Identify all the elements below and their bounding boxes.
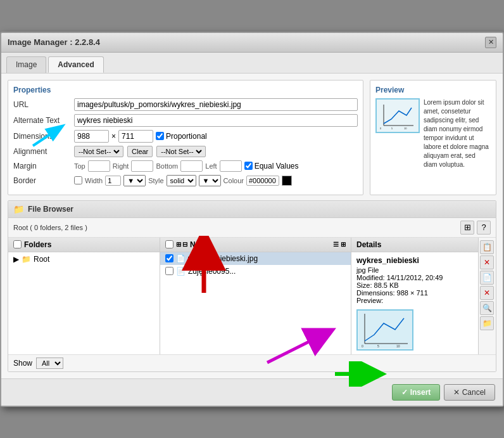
detail-preview-label: Preview:: [356, 297, 473, 304]
insert-button[interactable]: ✓ Insert: [392, 384, 440, 401]
height-input[interactable]: [118, 130, 153, 143]
right-actions: 📋 ✕ 📄 ✕ 🔍 📁: [478, 238, 496, 354]
file-checkbox-1[interactable]: [165, 267, 173, 275]
preview-chart-svg: 0 5 10: [379, 101, 417, 130]
margin-left-input[interactable]: [220, 160, 242, 172]
preview-image-container: 0 5 10: [375, 98, 420, 133]
modified-label: Modified:: [356, 274, 385, 281]
margin-label: Margin: [13, 162, 70, 171]
border-colour-input[interactable]: [246, 176, 279, 186]
details-content: wykres_niebieski jpg File Modified: 14/1…: [351, 252, 478, 354]
tabs-bar: Image Advanced: [1, 53, 503, 74]
show-select[interactable]: All: [36, 357, 63, 369]
folder-icon: 📁: [13, 204, 24, 214]
alignment-select2[interactable]: --Not Set--: [158, 147, 204, 156]
alt-input[interactable]: [74, 114, 358, 127]
border-style-extra-select[interactable]: ▼: [199, 175, 221, 186]
fb-columns: Folders ▶ 📁 Root ⊞ ⊟: [8, 238, 496, 354]
border-width-input[interactable]: [105, 176, 121, 186]
thumb-view-icon[interactable]: ⊞: [341, 241, 346, 248]
detail-preview-image: 0 5 10: [356, 309, 413, 351]
bottom-label: Bottom: [156, 162, 178, 170]
grid-view-icon[interactable]: ⊞: [460, 221, 474, 235]
url-label: URL: [13, 100, 70, 109]
margin-right-input[interactable]: [131, 160, 153, 172]
top-label: Top: [74, 162, 85, 170]
dimensions-group: × Proportional: [74, 130, 207, 143]
help-icon[interactable]: ?: [477, 221, 491, 235]
tab-image[interactable]: Image: [6, 56, 46, 73]
file-item-0[interactable]: 📄 wykres_niebieski.jpg: [160, 252, 351, 265]
border-colour-label: Colour: [224, 177, 244, 184]
sort-desc-icon[interactable]: ⊟: [182, 241, 187, 248]
action-btn-5[interactable]: 📁: [480, 316, 494, 330]
action-btn-1[interactable]: ✕: [480, 255, 494, 269]
border-label: Border: [13, 176, 70, 185]
files-header: ⊞ ⊟ Name ☰ ⊞: [160, 238, 351, 252]
svg-text:10: 10: [396, 344, 400, 348]
sort-asc-icon[interactable]: ⊞: [176, 241, 181, 248]
files-select-all[interactable]: [165, 240, 173, 248]
border-row: Border Width ▼ Style solid ▼: [13, 175, 358, 186]
width-input[interactable]: [74, 130, 109, 143]
detail-type: jpg File: [356, 266, 473, 274]
root-info: ( 0 folders, 2 files ): [30, 224, 87, 231]
action-btn-2[interactable]: 📄: [480, 271, 494, 285]
file-browser-header: 📁 File Browser: [8, 201, 496, 218]
root-folder-item[interactable]: ▶ 📁 Root: [8, 252, 160, 266]
show-label: Show: [13, 359, 32, 368]
folders-header: Folders: [8, 238, 160, 252]
dialog-titlebar: Image Manager : 2.2.8.4 ✕: [1, 33, 503, 53]
dim-separator: ×: [111, 132, 116, 141]
folders-select-all[interactable]: [13, 240, 22, 248]
url-input[interactable]: [74, 98, 358, 111]
margin-inputs: Top Right Bottom Left Equal Values: [74, 160, 298, 172]
border-style-select[interactable]: ▼: [123, 175, 146, 186]
files-column: ⊞ ⊟ Name ☰ ⊞ 📄 wykres_niebieski.jpg: [160, 238, 351, 354]
svg-text:0: 0: [362, 344, 363, 348]
dimensions-detail-label: Dimensions:: [356, 289, 395, 297]
colour-swatch[interactable]: [282, 176, 292, 186]
file-icon-1: 📄: [176, 267, 186, 276]
main-content: Properties URL Alternate Text Dimensions: [1, 74, 503, 378]
size-value: 88.5 KB: [374, 281, 399, 289]
file-checkbox-0[interactable]: [165, 254, 173, 262]
dimensions-label: Dimensions: [13, 132, 70, 141]
dimensions-row: Dimensions × Proportional: [13, 130, 358, 143]
tab-advanced[interactable]: Advanced: [48, 56, 103, 73]
details-column: Details wykres_niebieski jpg File Modifi…: [351, 238, 478, 354]
equal-values-checkbox[interactable]: [244, 162, 253, 170]
equal-values-label: Equal Values: [244, 162, 299, 171]
action-btn-4[interactable]: 🔍: [480, 301, 494, 315]
sort-icons: ⊞ ⊟: [176, 241, 187, 248]
collapse-icon: ▶: [13, 255, 19, 264]
border-checkbox[interactable]: [74, 176, 82, 184]
border-inputs: Width ▼ Style solid ▼ Colour: [74, 175, 292, 186]
file-browser-title: File Browser: [28, 205, 73, 214]
margin-top-input[interactable]: [88, 160, 110, 172]
url-row: URL: [13, 98, 358, 111]
dimensions-detail-value: 988 × 711: [397, 289, 428, 297]
detail-chart-svg: 0 5 10: [358, 311, 412, 349]
proportional-checkbox[interactable]: [156, 132, 164, 140]
list-view-icon[interactable]: ☰: [333, 241, 339, 248]
action-btn-3[interactable]: ✕: [480, 286, 494, 300]
alignment-label: Alignment: [13, 147, 70, 156]
file-item-1[interactable]: 📄 Zdjęcie0095...: [160, 265, 351, 278]
close-button[interactable]: ✕: [485, 37, 496, 48]
clear-button[interactable]: Clear: [127, 146, 153, 157]
alignment-select[interactable]: --Not Set-- Left Right: [76, 147, 122, 156]
action-btn-0[interactable]: 📋: [480, 240, 494, 254]
preview-lorem-text: Lorem ipsum dolor sit amet, consetetur s…: [424, 98, 491, 169]
preview-panel: Preview 0 5 10 Lorem ipsum dolo: [370, 80, 496, 195]
file-name-1: Zdjęcie0095...: [188, 267, 236, 276]
svg-text:10: 10: [404, 127, 407, 130]
border-width-label: Width: [85, 177, 103, 184]
properties-panel: Properties URL Alternate Text Dimensions: [8, 80, 363, 195]
file-icon-0: 📄: [176, 254, 186, 263]
cancel-button[interactable]: ✕ Cancel: [444, 384, 495, 401]
margin-bottom-input[interactable]: [180, 160, 203, 172]
details-header: Details: [351, 238, 478, 252]
border-style-value-select[interactable]: solid: [167, 175, 196, 186]
preview-content: 0 5 10 Lorem ipsum dolor sit amet, conse…: [375, 98, 491, 169]
